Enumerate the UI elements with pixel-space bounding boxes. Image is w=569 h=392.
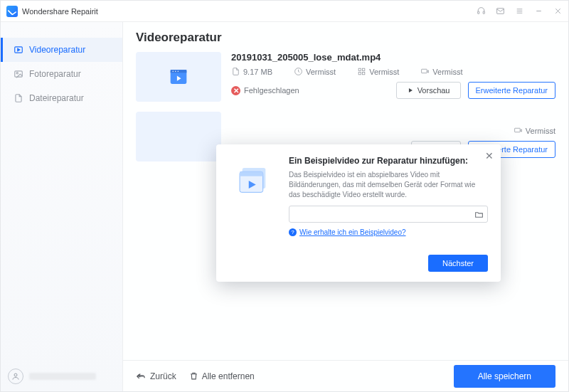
svg-rect-17 <box>422 69 427 73</box>
svg-rect-16 <box>363 73 365 75</box>
app-title: Wondershare Repairit <box>22 7 98 16</box>
minimize-icon[interactable] <box>534 6 543 16</box>
help-link-row: ? Wie erhalte ich ein Beispielvideo? <box>289 228 488 236</box>
save-all-button[interactable]: Alle speichern <box>454 365 555 388</box>
sample-path-field[interactable] <box>289 210 470 218</box>
svg-point-5 <box>16 73 18 74</box>
error-icon: ✕ <box>231 86 240 95</box>
file-resolution: Vermisst <box>357 67 399 76</box>
status-row: ✕ Fehlgeschlagen Vorschau Erweiterte Rep… <box>231 82 555 99</box>
sample-help-link[interactable]: Wie erhalte ich ein Beispielvideo? <box>299 228 406 236</box>
file-time: Vermisst <box>294 67 336 76</box>
advanced-repair-button[interactable]: Erweiterte Reparatur <box>468 82 556 99</box>
sidebar-item-video[interactable]: Videoreparatur <box>1 38 122 62</box>
svg-rect-21 <box>240 171 263 176</box>
svg-point-11 <box>178 71 179 72</box>
next-button[interactable]: Nächster <box>428 255 488 272</box>
sidebar-item-label: Fotoreparatur <box>29 69 81 79</box>
status-failed: ✕ Fehlgeschlagen <box>231 86 299 95</box>
svg-rect-0 <box>478 11 479 14</box>
svg-rect-18 <box>514 128 520 132</box>
headset-icon[interactable] <box>477 6 486 16</box>
file-row: 20191031_205005_lose_mdat.mp4 9.17 MB Ve… <box>136 52 555 102</box>
video-thumb-icon <box>136 52 221 102</box>
svg-point-10 <box>175 71 176 72</box>
svg-point-9 <box>173 71 174 72</box>
dialog-title: Ein Beispielvideo zur Reparatur hinzufüg… <box>289 156 488 166</box>
sidebar-item-photo[interactable]: Fotoreparatur <box>1 62 122 86</box>
app-logo-icon <box>6 6 18 17</box>
svg-rect-2 <box>497 9 504 14</box>
dialog-close-icon[interactable]: ✕ <box>485 150 494 161</box>
sidebar-item-label: Videoreparatur <box>29 45 85 55</box>
back-button[interactable]: Zurück <box>136 371 176 381</box>
mail-icon[interactable] <box>496 6 505 16</box>
menu-icon[interactable] <box>515 6 524 16</box>
avatar-icon[interactable] <box>8 369 23 384</box>
sample-video-icon <box>229 156 279 236</box>
sidebar: Videoreparatur Fotoreparatur Dateirepara… <box>1 22 123 391</box>
user-name-redacted <box>29 373 96 380</box>
page-title: Videoreparatur <box>123 22 568 52</box>
sample-video-dialog: ✕ Ein Beispielvideo zur Reparatur hinzuf… <box>216 144 501 282</box>
body: Videoreparatur Fotoreparatur Dateirepara… <box>1 22 568 391</box>
file-meta: 9.17 MB Vermisst Vermisst Vermisst <box>231 67 555 76</box>
sidebar-item-file[interactable]: Dateireparatur <box>1 86 122 110</box>
preview-button[interactable]: Vorschau <box>396 82 461 99</box>
sample-path-input[interactable] <box>289 206 488 223</box>
file-device: Vermisst <box>514 126 555 135</box>
remove-all-button[interactable]: Alle entfernen <box>189 371 255 381</box>
sidebar-item-label: Dateireparatur <box>29 93 84 103</box>
sidebar-footer <box>1 363 122 391</box>
main: Videoreparatur 20191031_205005_lose_mdat… <box>123 22 568 391</box>
file-name: 20191031_205005_lose_mdat.mp4 <box>231 52 555 63</box>
titlebar: Wondershare Repairit <box>1 1 568 22</box>
svg-rect-14 <box>363 68 365 70</box>
browse-file-icon[interactable] <box>470 210 487 219</box>
close-icon[interactable] <box>553 6 563 16</box>
file-size: 9.17 MB <box>231 67 272 76</box>
window-controls <box>477 6 563 16</box>
svg-rect-1 <box>483 11 484 14</box>
svg-rect-15 <box>358 73 361 75</box>
svg-rect-13 <box>358 68 361 70</box>
video-thumb-icon <box>136 112 221 161</box>
svg-point-6 <box>14 374 17 376</box>
file-device: Vermisst <box>420 67 462 76</box>
dialog-description: Das Beispielvideo ist ein abspielbares V… <box>289 170 488 200</box>
row-actions: Vorschau Erweiterte Reparatur <box>396 82 555 99</box>
help-icon: ? <box>289 228 297 236</box>
app-window: Wondershare Repairit Videor <box>0 0 569 392</box>
footer: Zurück Alle entfernen Alle speichern <box>123 360 568 391</box>
file-info: 20191031_205005_lose_mdat.mp4 9.17 MB Ve… <box>231 52 555 102</box>
